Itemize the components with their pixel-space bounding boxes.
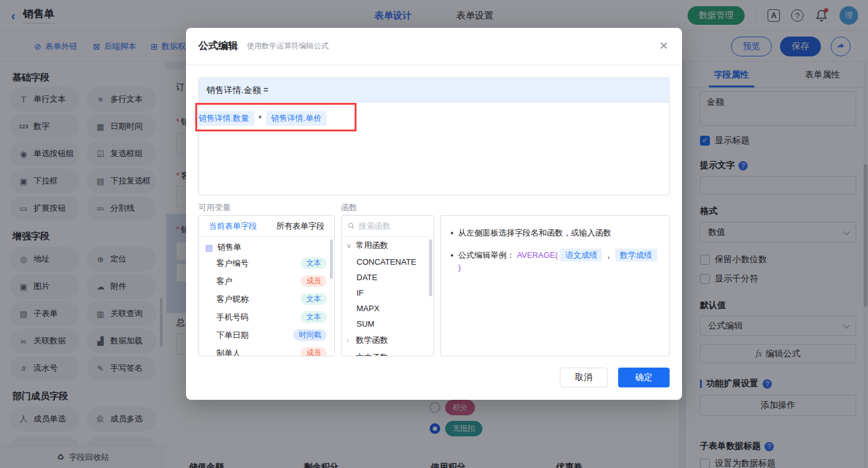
variables-tabs: 当前表单字段 所有表单字段 bbox=[199, 216, 334, 237]
modal-subtitle: 使用数学运算符编辑公式 bbox=[247, 41, 329, 51]
variable-row[interactable]: 下单日期时间戳 bbox=[199, 326, 334, 344]
example-arg-chip: 语文成绩 bbox=[560, 249, 602, 262]
formula-expression[interactable]: 销售详情.数量 * 销售详情.单价 bbox=[193, 111, 327, 126]
field-chip-quantity[interactable]: 销售详情.数量 bbox=[193, 111, 254, 126]
type-badge: 成员 bbox=[301, 347, 327, 356]
confirm-button[interactable]: 确定 bbox=[618, 368, 670, 387]
cancel-button[interactable]: 取消 bbox=[560, 368, 608, 387]
tree-collapsed-icon: › bbox=[347, 337, 353, 344]
formula-target: 销售详情.金额 = bbox=[199, 78, 669, 103]
formula-help-panel: 从左侧面板选择字段名和函数，或输入函数 公式编辑举例： AVERAGE( 语文成… bbox=[440, 215, 670, 356]
function-group-math[interactable]: ›数学函数 bbox=[342, 332, 433, 349]
multiply-operator: * bbox=[259, 113, 262, 123]
bullet-icon bbox=[451, 254, 453, 257]
type-badge: 文本 bbox=[301, 257, 327, 269]
function-group-common[interactable]: ∨常用函数 bbox=[342, 237, 433, 254]
app: ‹ 销售单 表单设计 表单设置 数据管理 A ? 理 ⊘ 表单外链 ⊠ 后端脚本 bbox=[0, 0, 868, 468]
type-badge: 时间戳 bbox=[293, 329, 327, 341]
search-icon bbox=[348, 222, 355, 230]
tab-all-form-fields[interactable]: 所有表单字段 bbox=[267, 216, 334, 236]
formula-editor[interactable]: 销售详情.金额 = bbox=[198, 77, 670, 195]
type-badge: 文本 bbox=[301, 311, 327, 323]
tab-current-form-fields[interactable]: 当前表单字段 bbox=[199, 216, 267, 236]
formula-edit-modal: 公式编辑 使用数学运算符编辑公式 ✕ 销售详情.金额 = 销售详情.数量 * 销… bbox=[186, 28, 682, 400]
scrollbar-thumb[interactable] bbox=[330, 239, 333, 279]
bullet-icon bbox=[451, 232, 453, 234]
modal-header: 公式编辑 使用数学运算符编辑公式 bbox=[186, 28, 682, 65]
tree-expand-icon: ∨ bbox=[347, 242, 353, 249]
help-line-1: 从左侧面板选择字段名和函数，或输入函数 bbox=[451, 227, 659, 239]
function-item[interactable]: DATE bbox=[342, 270, 433, 285]
form-doc-icon: ▤ bbox=[205, 243, 213, 252]
variable-row[interactable]: 手机号码文本 bbox=[199, 308, 334, 326]
function-search-input[interactable] bbox=[358, 221, 427, 231]
type-badge: 文本 bbox=[301, 293, 327, 305]
variable-row[interactable]: 客户成员 bbox=[199, 272, 334, 290]
function-search[interactable] bbox=[342, 216, 433, 237]
function-group-text[interactable]: ›文本函数 bbox=[342, 349, 433, 356]
variables-label: 可用变量 bbox=[198, 202, 231, 213]
function-item[interactable]: SUM bbox=[342, 316, 433, 332]
example-arg-chip: 数学成绩 bbox=[615, 249, 657, 262]
example-function-name: AVERAGE( bbox=[517, 250, 558, 260]
variables-root-node[interactable]: ▤ 销售单 bbox=[199, 237, 334, 254]
functions-label: 函数 bbox=[341, 202, 357, 213]
help-line-2: 公式编辑举例： AVERAGE( 语文成绩 ， 数学成绩 ) bbox=[451, 249, 659, 274]
function-item[interactable]: CONCATENATE bbox=[342, 254, 433, 270]
type-badge: 成员 bbox=[301, 275, 327, 287]
field-chip-unit-price[interactable]: 销售详情.单价 bbox=[266, 111, 327, 126]
functions-panel: ∨常用函数 CONCATENATE DATE IF MAPX SUM ›数学函数… bbox=[341, 215, 434, 356]
close-icon[interactable]: ✕ bbox=[659, 40, 668, 51]
tree-collapsed-icon: › bbox=[347, 355, 353, 357]
modal-title: 公式编辑 bbox=[198, 40, 238, 53]
scrollbar-thumb[interactable] bbox=[429, 239, 432, 296]
variable-row[interactable]: 制单人成员 bbox=[199, 344, 334, 356]
function-item[interactable]: MAPX bbox=[342, 301, 433, 316]
function-item[interactable]: IF bbox=[342, 285, 433, 301]
variable-row[interactable]: 客户编号文本 bbox=[199, 254, 334, 272]
variable-row[interactable]: 客户昵称文本 bbox=[199, 290, 334, 308]
variables-panel: 当前表单字段 所有表单字段 ▤ 销售单 客户编号文本 客户成员 客户昵称文本 手… bbox=[198, 215, 335, 356]
